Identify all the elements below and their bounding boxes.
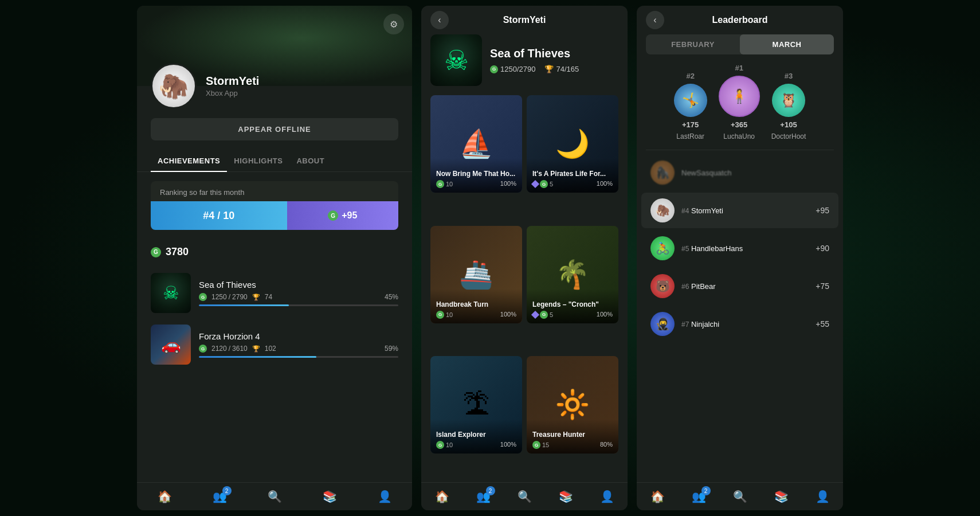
nav-profile[interactable]: 👤 xyxy=(378,490,392,503)
lb-username: #6 PitBear xyxy=(681,282,809,291)
month-tabs: FEBRUARY MARCH xyxy=(646,34,834,54)
achievement-stats: G 10 100% xyxy=(436,180,516,188)
ach-percent: 100% xyxy=(500,180,516,188)
achievement-overlay: Handbreak Turn G 10 100% xyxy=(430,289,522,323)
divider xyxy=(646,150,834,150)
list-item[interactable]: 🚢 Handbreak Turn G 10 100% xyxy=(430,226,522,323)
leaderboard-title: Leaderboard xyxy=(712,15,768,25)
g-icon: G xyxy=(199,293,207,301)
tab-march[interactable]: MARCH xyxy=(740,34,834,54)
game-hero-title: Sea of Thieves xyxy=(490,47,579,60)
profile-platform: Xbox App xyxy=(206,89,259,97)
game-hero-thumbnail: ☠ xyxy=(430,34,482,86)
lb-avatar: 🦍 xyxy=(650,161,675,185)
g-icon: G xyxy=(436,311,444,319)
gamerscore-value: 3780 xyxy=(166,246,189,258)
lb-rank: #7 xyxy=(681,320,689,329)
achievement-name: Island Explorer xyxy=(436,431,516,439)
achievement-overlay: Island Explorer G 10 100% xyxy=(430,419,522,454)
lb-username: NewSasquatch xyxy=(681,169,829,177)
progress-bar xyxy=(199,356,398,358)
list-item[interactable]: 🔆 Treasure Hunter G 15 80% xyxy=(527,356,618,454)
game-thumbnail-sot xyxy=(151,273,191,313)
nav-library[interactable]: 📚 xyxy=(774,490,789,503)
list-item[interactable]: 🚴 #5 HandlebarHans +90 xyxy=(641,230,838,266)
ach-score: G 15 xyxy=(532,441,549,449)
game-stats: G 2120/3610 🏆 102 59% xyxy=(199,345,398,353)
nav-home[interactable]: 🏠 xyxy=(435,490,449,503)
achievement-stat: 102 xyxy=(265,345,276,353)
podium-item-3: #3 🦉 +105 DoctorHoot xyxy=(771,72,806,140)
nav-friends[interactable]: 👥 2 xyxy=(692,490,706,503)
lb-username: #4 StormYeti xyxy=(681,206,809,215)
back-button[interactable]: ‹ xyxy=(646,11,664,29)
nav-profile[interactable]: 👤 xyxy=(600,490,614,503)
ranking-box: Ranking so far this month #4 / 10 G +95 xyxy=(151,181,398,230)
podium-points: +365 xyxy=(731,120,747,129)
ach-diamond: G 5 xyxy=(532,311,553,319)
achievement-name: Now Bring Me That Ho... xyxy=(436,170,516,178)
list-item[interactable]: 🐻 #6 PitBear +75 xyxy=(641,268,838,304)
score-stat: 2120/3610 xyxy=(211,345,248,353)
lb-username: #5 HandlebarHans xyxy=(681,244,809,253)
tab-highlights[interactable]: HIGHLIGHTS xyxy=(227,152,289,172)
achievement-stats: G 10 100% xyxy=(436,441,516,449)
settings-button[interactable]: ⚙ xyxy=(383,14,404,34)
achievement-overlay: Treasure Hunter G 15 80% xyxy=(527,419,618,454)
appear-offline-button[interactable]: APPEAR OFFLINE xyxy=(151,118,398,140)
bottom-navigation: 🏠 👥 2 🔍 📚 👤 xyxy=(137,482,412,510)
trophy-icon: 🏆 xyxy=(544,65,554,73)
ach-percent: 80% xyxy=(600,441,613,449)
nav-library[interactable]: 📚 xyxy=(559,490,573,503)
nav-search[interactable]: 🔍 xyxy=(733,490,747,503)
nav-search[interactable]: 🔍 xyxy=(268,490,282,503)
ach-score: G 10 xyxy=(436,441,453,449)
list-item[interactable]: Forza Horzion 4 G 2120/3610 🏆 102 59% xyxy=(137,319,412,370)
game-info: Forza Horzion 4 G 2120/3610 🏆 102 59% xyxy=(199,331,398,358)
list-item[interactable]: 🥷 #7 Ninjalchi +55 xyxy=(641,306,838,342)
right-panel: ‹ Leaderboard FEBRUARY MARCH #2 🤸 +175 L… xyxy=(637,6,843,510)
list-item[interactable]: ⛵ Now Bring Me That Ho... G 10 100% xyxy=(430,95,522,193)
podium-avatar: 🤸 xyxy=(674,84,707,117)
list-item[interactable]: 🏝 Island Explorer G 10 100% xyxy=(430,356,522,454)
profile-section: 🦣 StormYeti Xbox App xyxy=(137,63,412,118)
right-header: ‹ Leaderboard xyxy=(637,6,843,34)
list-item[interactable]: 🦣 #4 StormYeti +95 xyxy=(641,193,838,228)
podium-name: LastRoar xyxy=(676,132,704,140)
game-info: Sea of Thieves G 1250/2790 🏆 74 45% xyxy=(199,280,398,306)
achievement-stats: G 5 100% xyxy=(532,180,613,188)
nav-search[interactable]: 🔍 xyxy=(518,490,532,503)
list-item[interactable]: 🌴 Legends – "Cronch" G 5 100% xyxy=(527,226,618,323)
achievement-grid: ⛵ Now Bring Me That Ho... G 10 100% 🌙 xyxy=(421,95,628,482)
list-item[interactable]: Sea of Thieves G 1250/2790 🏆 74 45% xyxy=(137,267,412,319)
game-hero: ☠ Sea of Thieves G 1250/2790 🏆 74/165 xyxy=(421,34,628,95)
nav-home[interactable]: 🏠 xyxy=(158,490,172,503)
ach-percent: 100% xyxy=(597,311,613,319)
tab-february[interactable]: FEBRUARY xyxy=(646,34,740,54)
list-item[interactable]: 🌙 It's A Pirates Life For... G 5 100% xyxy=(527,95,618,193)
nav-library[interactable]: 📚 xyxy=(323,490,337,503)
progress-fill xyxy=(199,356,316,358)
podium-name: DoctorHoot xyxy=(771,132,806,140)
trophy-icon: 🏆 xyxy=(252,345,260,353)
podium-avatar: 🦉 xyxy=(772,84,805,117)
total-gamerscore: G 3780 xyxy=(137,239,412,267)
tab-achievements[interactable]: ACHIEVEMENTS xyxy=(151,152,227,172)
friends-badge: 2 xyxy=(222,486,232,495)
nav-home[interactable]: 🏠 xyxy=(650,490,665,503)
progress-percent: 45% xyxy=(385,293,398,301)
nav-friends[interactable]: 👥 2 xyxy=(213,490,227,503)
achievement-stat: 74 xyxy=(265,293,272,301)
nav-friends[interactable]: 👥 2 xyxy=(476,490,491,503)
achievement-stats: G 10 100% xyxy=(436,311,516,319)
lb-info: #6 PitBear xyxy=(681,282,809,291)
nav-profile[interactable]: 👤 xyxy=(816,490,830,503)
game-stats: G 1250/2790 🏆 74 45% xyxy=(199,293,398,301)
middle-title: StormYeti xyxy=(503,15,546,25)
diamond-icon xyxy=(531,311,539,319)
back-button[interactable]: ‹ xyxy=(430,11,449,29)
podium-points: +105 xyxy=(780,120,797,129)
progress-percent: 59% xyxy=(385,345,398,353)
g-icon: G xyxy=(540,180,548,188)
tab-about[interactable]: ABOUT xyxy=(289,152,331,172)
